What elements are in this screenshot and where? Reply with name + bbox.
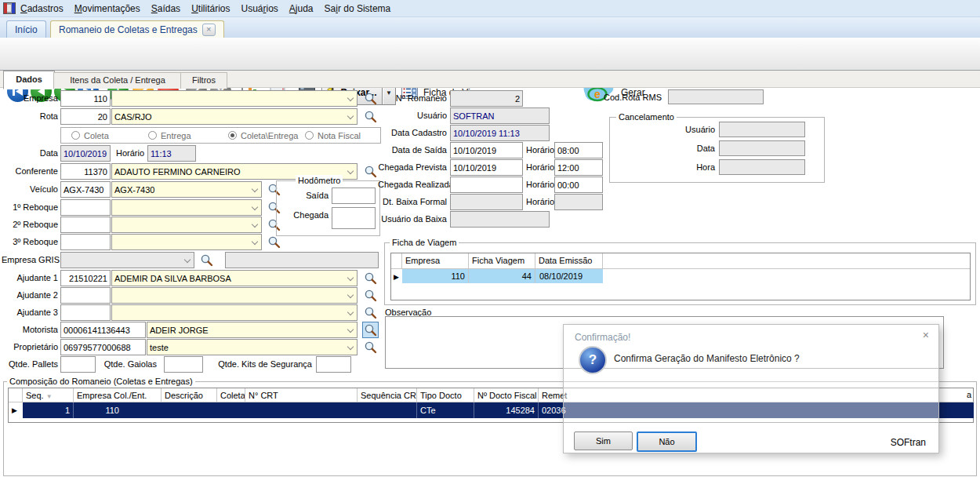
proprietario-combo[interactable]: teste xyxy=(147,339,358,355)
veiculo-code-field[interactable]: AGX-7430 xyxy=(60,181,111,198)
data-label: Data xyxy=(2,145,58,162)
hodometro-title: Hodômetro xyxy=(296,175,343,186)
current-row-arrow-icon: ▶ xyxy=(394,270,399,284)
tab-itens-coleta-entrega[interactable]: Itens da Coleta / Entrega xyxy=(53,72,182,89)
application-window: Cadastros Movimentações Saídas Utilitári… xyxy=(0,0,980,477)
motorista-code-field[interactable]: 00006141136443 xyxy=(60,322,146,338)
ajudante1-combo[interactable]: ADEMIR DA SILVA BARBOSA xyxy=(111,270,358,286)
ajudante2-label: Ajudante 2 xyxy=(2,287,58,304)
proprietario-code-field[interactable]: 06979577000688 xyxy=(60,339,146,355)
data-saida-horario-field[interactable]: 08:00 xyxy=(554,142,603,158)
compo-col-descricao[interactable]: Descrição xyxy=(162,388,217,402)
proprietario-search-icon[interactable] xyxy=(363,340,378,355)
ajudante3-code-field[interactable] xyxy=(60,304,111,321)
ficha-col-data-emissao[interactable]: Data Emissão xyxy=(535,253,603,269)
empresa-code-field[interactable]: 110 xyxy=(60,90,111,107)
tab-inicio[interactable]: Início xyxy=(6,20,46,38)
ficha-col-ficha-viagem[interactable]: Ficha Viagem xyxy=(469,253,535,269)
hodometro-chegada-field[interactable] xyxy=(332,207,376,229)
tab-filtros[interactable]: Filtros xyxy=(180,72,227,89)
app-icon xyxy=(3,2,16,14)
chegada-realizada-horario-field[interactable]: 00:00 xyxy=(554,177,603,193)
reboque3-code-field[interactable] xyxy=(60,234,111,250)
empresa-gris-search-icon[interactable] xyxy=(199,253,214,268)
ajudante3-combo[interactable] xyxy=(111,304,358,321)
usuario-baixa-field xyxy=(450,211,550,228)
menu-cadastros[interactable]: Cadastros xyxy=(20,3,64,14)
page-tabs: Dados Itens da Coleta / Entrega Filtros xyxy=(0,71,980,88)
horario-field: 11:13 xyxy=(147,145,196,162)
radio-coleta-entrega-label: Coleta\Entrega xyxy=(241,128,298,144)
data-saida-field[interactable]: 10/10/2019 xyxy=(450,142,523,158)
hodometro-group: Hodômetro Saída Chegada xyxy=(276,180,380,236)
empresa-search-icon[interactable] xyxy=(363,91,378,106)
cancelamento-title: Cancelamento xyxy=(616,111,677,122)
motorista-combo[interactable]: ADEIR JORGE xyxy=(147,322,358,338)
reboque3-combo[interactable] xyxy=(111,234,262,250)
reboque1-code-field[interactable] xyxy=(60,199,111,216)
chegada-realizada-field[interactable] xyxy=(450,177,523,193)
motorista-search-icon[interactable] xyxy=(362,322,379,338)
ficha-row-ficha[interactable]: 44 xyxy=(469,269,535,283)
radio-coleta-label: Coleta xyxy=(84,128,109,144)
radio-entrega-label: Entrega xyxy=(161,128,191,144)
tab-dados[interactable]: Dados xyxy=(3,71,55,89)
reboque2-label: 2º Reboque xyxy=(2,217,58,233)
reboque2-combo[interactable] xyxy=(111,217,262,233)
rota-code-field[interactable]: 20 xyxy=(60,108,111,125)
tab-romaneio[interactable]: Romaneio de Coletas e Entregas × xyxy=(50,20,224,38)
ficha-row-empresa[interactable]: 110 xyxy=(402,269,469,283)
compo-col-docto-fiscal[interactable]: Nº Docto Fiscal xyxy=(474,388,539,402)
radio-nota-fiscal[interactable] xyxy=(305,131,314,140)
compo-col-coleta[interactable]: Coleta xyxy=(217,388,245,402)
ficha-col-empresa[interactable]: Empresa xyxy=(402,253,469,269)
empresa-combo[interactable] xyxy=(111,90,358,107)
menu-sair-do-sistema[interactable]: Sair do Sistema xyxy=(325,3,391,14)
menu-saidas[interactable]: Saídas xyxy=(151,3,180,14)
rota-search-icon[interactable] xyxy=(363,109,378,124)
reboque2-code-field[interactable] xyxy=(60,217,111,233)
menu-usuarios[interactable]: Usuários xyxy=(241,3,278,14)
chegada-prevista-horario-field[interactable]: 12:00 xyxy=(554,159,603,176)
ajudante2-combo[interactable] xyxy=(111,287,358,304)
reboque1-combo[interactable] xyxy=(111,199,262,216)
svg-text:e: e xyxy=(594,88,601,100)
conferente-search-icon[interactable] xyxy=(363,164,378,179)
compo-col-seq[interactable]: Seq. ▼ xyxy=(23,388,74,402)
chegada-realizada-horario-label: Horário xyxy=(526,177,554,193)
radio-coleta[interactable] xyxy=(71,131,80,140)
ajudante2-code-field[interactable] xyxy=(60,287,111,304)
empresa-label: Empresa xyxy=(2,90,58,107)
menu-ajuda[interactable]: Ajuda xyxy=(289,3,314,14)
compo-col-crt[interactable]: N° CRT xyxy=(245,388,358,402)
compo-col-tipo-docto[interactable]: Tipo Docto xyxy=(417,388,474,402)
horario-label: Horário xyxy=(116,145,144,162)
compo-col-empresa[interactable]: Empresa Col./Ent. xyxy=(74,388,162,402)
ajudante1-search-icon[interactable] xyxy=(363,271,378,286)
rota-combo[interactable]: CAS/RJO xyxy=(111,108,358,125)
nao-button[interactable]: Não xyxy=(637,431,697,452)
ficha-row-data[interactable]: 08/10/2019 xyxy=(535,269,603,283)
reboque3-search-icon[interactable] xyxy=(267,235,281,249)
tab-close-icon[interactable]: × xyxy=(202,24,216,36)
compo-col-sequencia-crt[interactable]: Sequência CRT xyxy=(358,388,417,402)
sim-button[interactable]: Sim xyxy=(574,431,633,450)
radio-coleta-entrega[interactable] xyxy=(228,131,237,140)
qtde-pallets-field[interactable] xyxy=(60,356,96,373)
chegada-prevista-label: Chegada Prevista xyxy=(378,159,447,176)
radio-entrega[interactable] xyxy=(148,131,157,140)
ajudante2-search-icon[interactable] xyxy=(363,288,378,303)
ajudante1-code-field[interactable]: 21510221 xyxy=(60,270,111,286)
conferente-code-field[interactable]: 11370 xyxy=(60,163,111,180)
composicao-title: Composição do Romaneio (Coletas e Entreg… xyxy=(7,376,195,387)
qtde-gaiolas-field[interactable] xyxy=(164,356,203,373)
hodometro-saida-field[interactable] xyxy=(332,188,376,204)
dialog-close-icon[interactable]: × xyxy=(923,330,929,340)
menu-utilitarios[interactable]: Utilitários xyxy=(191,3,230,14)
ajudante3-search-icon[interactable] xyxy=(363,305,378,320)
menu-movimentacoes[interactable]: Movimentações xyxy=(74,3,140,14)
veiculo-combo[interactable]: AGX-7430 xyxy=(111,181,262,198)
qtde-kits-field[interactable] xyxy=(316,356,351,373)
chegada-prevista-field[interactable]: 10/10/2019 xyxy=(450,159,523,176)
ficha-viagem-group: Ficha de Viagem Empresa Ficha Viagem Dat… xyxy=(384,242,976,305)
